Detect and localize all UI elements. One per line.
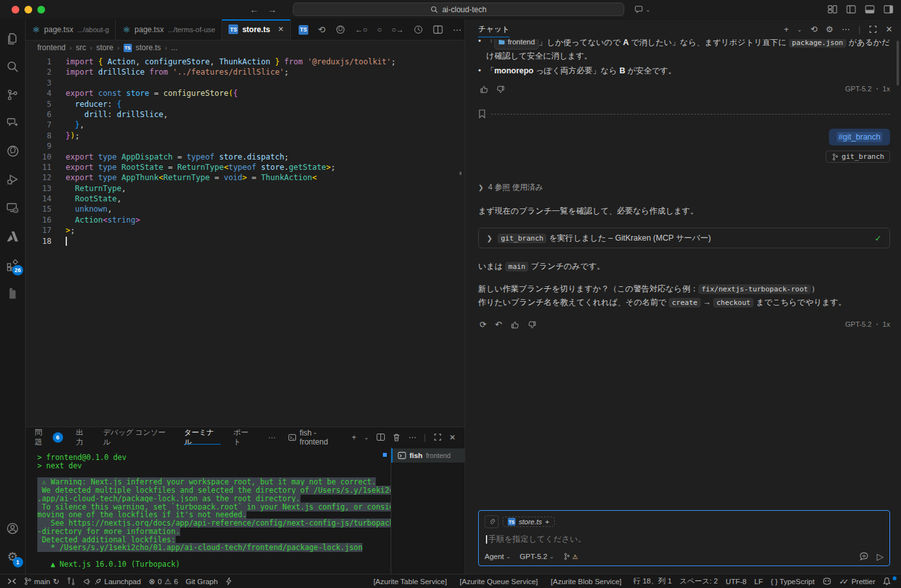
azurite-table-service[interactable]: [Azurite Table Service] <box>369 578 450 585</box>
chat-more-actions-icon[interactable]: ⋯ <box>842 24 850 34</box>
tab-page-tsx-terms[interactable]: ⚛ page.tsx .../terms-of-use <box>116 19 222 40</box>
misc-extension-icon[interactable] <box>0 279 26 306</box>
code-line[interactable]: 5 reducer: { <box>26 99 465 109</box>
code-line[interactable]: 17>; <box>26 225 465 235</box>
toggle-secondary-sidebar-icon[interactable] <box>884 5 893 14</box>
nav-forward-button[interactable]: → <box>268 5 277 15</box>
code-line[interactable]: 4export const store = configureStore({ <box>26 88 465 98</box>
accounts-icon[interactable] <box>0 515 26 542</box>
close-tab-icon[interactable]: ✕ <box>278 25 284 33</box>
run-timer-icon[interactable] <box>413 24 423 35</box>
thumbs-down-icon[interactable] <box>496 85 505 94</box>
chat-settings-gear-icon[interactable]: ⚙ <box>826 24 833 34</box>
send-button[interactable]: ▷ <box>877 551 884 562</box>
maximize-window-button[interactable] <box>37 6 45 14</box>
tab-page-tsx-about[interactable]: ⚛ page.tsx .../about-g <box>26 19 116 40</box>
launchpad-button[interactable]: Launchpad <box>79 574 145 588</box>
tool-reference-chip[interactable]: git_branch <box>826 151 890 163</box>
extensions-icon[interactable]: 26 <box>0 251 26 278</box>
new-chat-chevron-icon[interactable]: ⌄ <box>797 26 803 33</box>
code-line[interactable]: 16 Action<string> <box>26 215 465 225</box>
close-panel-icon[interactable]: ✕ <box>449 433 456 442</box>
split-editor-icon[interactable] <box>433 25 443 34</box>
folder-chip[interactable]: frontend <box>494 39 539 50</box>
command-center-search[interactable]: ai-cloud-tech <box>293 3 624 16</box>
copilot-chat-view-icon[interactable] <box>0 109 26 136</box>
panel-more-actions-icon[interactable]: ⋯ <box>409 433 416 442</box>
tab-store-ts[interactable]: TS store.ts ✕ <box>222 19 291 40</box>
git-branch-status[interactable]: main ↻ <box>20 574 63 588</box>
thumbs-down-icon[interactable] <box>528 320 537 329</box>
add-context-icon[interactable]: + <box>545 518 549 526</box>
code-line[interactable]: 6 drill: drillSlice, <box>26 109 465 120</box>
maximize-panel-icon[interactable] <box>434 433 441 441</box>
kill-terminal-trash-icon[interactable] <box>393 433 400 442</box>
azurite-blob-service[interactable]: [Azurite Blob Service] <box>547 578 626 585</box>
code-editor[interactable]: 1import { Action, configureStore, ThunkA… <box>26 55 465 427</box>
notifications-bell-icon[interactable] <box>879 577 895 585</box>
context-file-chip[interactable]: TS store.ts + <box>503 517 555 527</box>
agent-mode-dropdown[interactable]: Agent⌄ <box>485 553 511 560</box>
flash-icon[interactable] <box>221 574 236 588</box>
retry-icon[interactable]: ⟳ <box>479 320 487 329</box>
encoding[interactable]: UTF-8 <box>721 578 750 585</box>
tool-call-row[interactable]: ❯ git_branch を実行しました – GitKraken (MCP サー… <box>478 228 890 248</box>
code-line[interactable]: 18 <box>26 236 465 246</box>
code-line[interactable]: 8}); <box>26 131 465 141</box>
language-mode[interactable]: { } TypeScript <box>766 578 818 585</box>
code-line[interactable]: 14 RootState, <box>26 194 465 204</box>
code-line[interactable]: 7 }, <box>26 120 465 130</box>
code-line[interactable]: 11export type RootState = ReturnType<typ… <box>26 162 465 172</box>
chat-message-list[interactable]: •「frontend」しか使ってないので A で消したい」なら、まずリポジトリ直… <box>465 39 900 510</box>
cursor-position[interactable]: 行 18、列 1 <box>629 576 676 586</box>
voice-chat-icon[interactable] <box>859 552 869 561</box>
breadcrumb[interactable]: frontend› src› store› TS store.ts› ... <box>26 41 465 55</box>
nav-back-circle-icon[interactable]: ←○ <box>355 25 367 34</box>
tab-ports[interactable]: ポート <box>234 427 255 447</box>
toggle-primary-sidebar-icon[interactable] <box>846 5 856 14</box>
chat-history-icon[interactable]: ⟲ <box>810 24 817 34</box>
azurite-queue-service[interactable]: [Azurite Queue Service] <box>456 578 541 585</box>
more-actions-icon[interactable]: ⋯ <box>452 24 461 35</box>
thumbs-up-icon[interactable] <box>479 85 488 94</box>
tab-debug-console[interactable]: デバッグ コンソール <box>103 427 171 447</box>
remote-indicator[interactable] <box>4 574 20 588</box>
copilot-status-icon[interactable] <box>819 577 835 585</box>
minimize-window-button[interactable] <box>24 6 32 14</box>
tab-problems[interactable]: 問題6 <box>35 427 63 447</box>
source-control-icon[interactable] <box>0 81 26 108</box>
terminal-list-item-fish[interactable]: fish frontend <box>391 448 465 463</box>
bookmark-icon[interactable] <box>478 109 486 118</box>
nav-forward-circle-icon[interactable]: ○→ <box>391 25 404 34</box>
eol-sequence[interactable]: LF <box>750 578 766 585</box>
prettier-status[interactable]: ✓✓ Prettier <box>835 577 879 586</box>
chat-input-box[interactable]: TS store.ts + 手順を指定してください。 Agent⌄ GPT-5.… <box>478 510 890 566</box>
tab-chat[interactable]: チャット <box>478 19 510 39</box>
references-toggle[interactable]: ❯ 4 参照 使用済み <box>478 182 890 193</box>
attach-context-button[interactable] <box>485 515 499 528</box>
panel-more-tabs-icon[interactable]: ⋯ <box>268 427 276 447</box>
close-chat-icon[interactable]: ✕ <box>886 24 893 34</box>
model-picker-dropdown[interactable]: GPT-5.2⌄ <box>520 553 554 560</box>
split-terminal-icon[interactable] <box>376 433 385 441</box>
terminal-output[interactable]: > frontend@0.1.0 dev> next dev ⚠ Warning… <box>26 447 391 574</box>
openai-chatgpt-icon[interactable] <box>0 138 26 165</box>
code-line[interactable]: 1import { Action, configureStore, ThunkA… <box>26 57 465 67</box>
tools-warning-button[interactable]: ⚠ <box>563 553 578 560</box>
remote-explorer-icon[interactable]: 35 <box>0 194 26 221</box>
code-line[interactable]: 12export type AppThunk<ReturnType = void… <box>26 172 465 183</box>
code-line[interactable]: 15 unknown, <box>26 204 465 214</box>
git-compare-button[interactable] <box>63 574 79 588</box>
chat-input[interactable]: 手順を指定してください。 <box>486 534 884 545</box>
maximize-chat-icon[interactable] <box>869 25 877 33</box>
new-terminal-button[interactable]: + <box>352 433 357 442</box>
new-chat-button[interactable]: + <box>784 24 789 34</box>
customize-layout-icon[interactable] <box>828 5 837 14</box>
terminal-profile-label[interactable]: fish - frontend <box>288 428 344 446</box>
openai-toolbar-icon[interactable] <box>335 24 346 35</box>
chevron-down-icon[interactable]: ⌄ <box>646 6 651 13</box>
timeline-icon[interactable]: ⟲ <box>318 24 326 35</box>
azure-icon[interactable] <box>0 223 26 250</box>
terminal-profile-chevron-icon[interactable]: ⌄ <box>364 434 369 441</box>
code-line[interactable]: 10export type AppDispatch = typeof store… <box>26 152 465 162</box>
